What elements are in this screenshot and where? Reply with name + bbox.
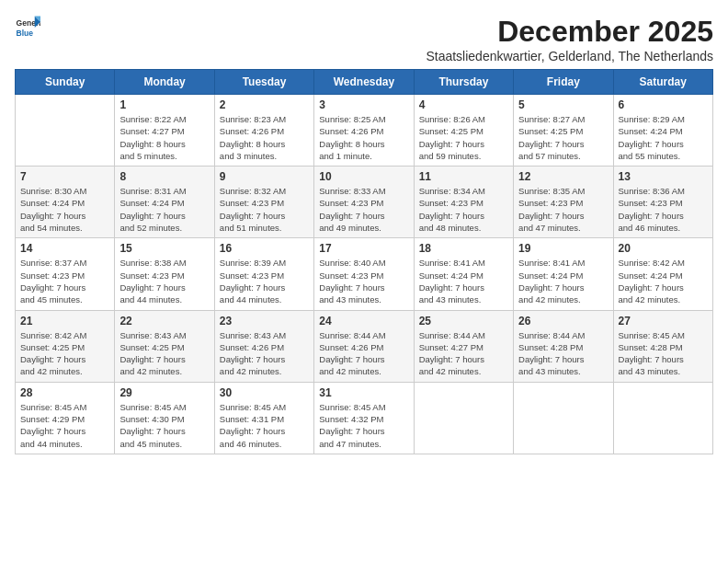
location-subtitle: Staatsliedenkwartier, Gelderland, The Ne… <box>426 49 713 63</box>
calendar-cell: 16Sunrise: 8:39 AMSunset: 4:23 PMDayligh… <box>214 238 313 310</box>
day-number: 23 <box>220 315 309 327</box>
calendar-week-3: 14Sunrise: 8:37 AMSunset: 4:23 PMDayligh… <box>16 238 713 310</box>
logo-icon: General Blue <box>15 15 40 40</box>
day-info: Sunrise: 8:33 AMSunset: 4:23 PMDaylight:… <box>319 185 408 234</box>
calendar-cell: 15Sunrise: 8:38 AMSunset: 4:23 PMDayligh… <box>115 238 214 310</box>
calendar-cell: 22Sunrise: 8:43 AMSunset: 4:25 PMDayligh… <box>115 310 214 382</box>
calendar-cell: 29Sunrise: 8:45 AMSunset: 4:30 PMDayligh… <box>115 382 214 454</box>
col-header-tuesday: Tuesday <box>214 70 313 95</box>
day-info: Sunrise: 8:32 AMSunset: 4:23 PMDaylight:… <box>220 185 309 234</box>
day-info: Sunrise: 8:39 AMSunset: 4:23 PMDaylight:… <box>220 257 309 305</box>
day-number: 20 <box>619 242 708 255</box>
calendar-week-5: 28Sunrise: 8:45 AMSunset: 4:29 PMDayligh… <box>16 382 713 454</box>
page-header: General Blue December 2025 Staatsliedenk… <box>15 15 713 63</box>
calendar-cell: 21Sunrise: 8:42 AMSunset: 4:25 PMDayligh… <box>16 310 115 382</box>
day-number: 8 <box>119 170 209 183</box>
day-info: Sunrise: 8:44 AMSunset: 4:27 PMDaylight:… <box>419 329 508 378</box>
day-number: 27 <box>619 315 708 327</box>
day-info: Sunrise: 8:41 AMSunset: 4:24 PMDaylight:… <box>419 257 508 305</box>
day-info: Sunrise: 8:27 AMSunset: 4:25 PMDaylight:… <box>518 113 608 162</box>
day-info: Sunrise: 8:44 AMSunset: 4:28 PMDaylight:… <box>518 329 608 378</box>
day-number: 14 <box>20 242 109 255</box>
day-info: Sunrise: 8:35 AMSunset: 4:23 PMDaylight:… <box>518 185 608 234</box>
day-number: 13 <box>619 170 708 183</box>
day-info: Sunrise: 8:34 AMSunset: 4:23 PMDaylight:… <box>419 185 508 234</box>
col-header-sunday: Sunday <box>16 70 115 95</box>
title-area: December 2025 Staatsliedenkwartier, Geld… <box>426 15 713 63</box>
day-info: Sunrise: 8:30 AMSunset: 4:24 PMDaylight:… <box>20 185 109 234</box>
day-number: 21 <box>20 315 109 327</box>
calendar-cell: 28Sunrise: 8:45 AMSunset: 4:29 PMDayligh… <box>16 382 115 454</box>
day-number: 31 <box>319 386 408 399</box>
month-title: December 2025 <box>426 15 713 49</box>
calendar-cell: 31Sunrise: 8:45 AMSunset: 4:32 PMDayligh… <box>314 382 414 454</box>
calendar-cell: 20Sunrise: 8:42 AMSunset: 4:24 PMDayligh… <box>613 238 712 310</box>
day-number: 30 <box>220 386 309 399</box>
calendar-cell: 4Sunrise: 8:26 AMSunset: 4:25 PMDaylight… <box>414 95 513 167</box>
calendar-cell: 13Sunrise: 8:36 AMSunset: 4:23 PMDayligh… <box>613 167 712 238</box>
day-info: Sunrise: 8:45 AMSunset: 4:30 PMDaylight:… <box>119 401 209 450</box>
day-info: Sunrise: 8:41 AMSunset: 4:24 PMDaylight:… <box>518 257 608 305</box>
day-info: Sunrise: 8:29 AMSunset: 4:24 PMDaylight:… <box>619 113 708 162</box>
calendar-cell: 10Sunrise: 8:33 AMSunset: 4:23 PMDayligh… <box>314 167 414 238</box>
calendar-cell <box>16 95 115 167</box>
day-number: 19 <box>518 242 608 255</box>
col-header-thursday: Thursday <box>414 70 513 95</box>
day-number: 22 <box>119 315 209 327</box>
calendar-cell: 1Sunrise: 8:22 AMSunset: 4:27 PMDaylight… <box>115 95 214 167</box>
day-number: 15 <box>119 242 209 255</box>
day-info: Sunrise: 8:40 AMSunset: 4:23 PMDaylight:… <box>319 257 408 305</box>
day-number: 3 <box>319 98 408 111</box>
col-header-saturday: Saturday <box>613 70 712 95</box>
day-number: 2 <box>220 98 309 111</box>
day-info: Sunrise: 8:38 AMSunset: 4:23 PMDaylight:… <box>119 257 209 305</box>
day-number: 16 <box>220 242 309 255</box>
day-number: 12 <box>518 170 608 183</box>
day-number: 6 <box>619 98 708 111</box>
day-info: Sunrise: 8:43 AMSunset: 4:25 PMDaylight:… <box>119 329 209 378</box>
day-number: 17 <box>319 242 408 255</box>
calendar-cell <box>514 382 613 454</box>
calendar-cell: 2Sunrise: 8:23 AMSunset: 4:26 PMDaylight… <box>214 95 313 167</box>
day-info: Sunrise: 8:43 AMSunset: 4:26 PMDaylight:… <box>220 329 309 378</box>
day-number: 25 <box>419 315 508 327</box>
day-info: Sunrise: 8:45 AMSunset: 4:32 PMDaylight:… <box>319 401 408 450</box>
calendar-cell: 19Sunrise: 8:41 AMSunset: 4:24 PMDayligh… <box>514 238 613 310</box>
day-number: 24 <box>319 315 408 327</box>
calendar-cell: 8Sunrise: 8:31 AMSunset: 4:24 PMDaylight… <box>115 167 214 238</box>
calendar-cell: 17Sunrise: 8:40 AMSunset: 4:23 PMDayligh… <box>314 238 414 310</box>
day-info: Sunrise: 8:45 AMSunset: 4:31 PMDaylight:… <box>220 401 309 450</box>
calendar-cell: 5Sunrise: 8:27 AMSunset: 4:25 PMDaylight… <box>514 95 613 167</box>
calendar-cell: 23Sunrise: 8:43 AMSunset: 4:26 PMDayligh… <box>214 310 313 382</box>
day-number: 18 <box>419 242 508 255</box>
calendar-week-2: 7Sunrise: 8:30 AMSunset: 4:24 PMDaylight… <box>16 167 713 238</box>
col-header-friday: Friday <box>514 70 613 95</box>
col-header-monday: Monday <box>115 70 214 95</box>
day-info: Sunrise: 8:26 AMSunset: 4:25 PMDaylight:… <box>419 113 508 162</box>
day-info: Sunrise: 8:31 AMSunset: 4:24 PMDaylight:… <box>119 185 209 234</box>
calendar-cell: 27Sunrise: 8:45 AMSunset: 4:28 PMDayligh… <box>613 310 712 382</box>
day-number: 10 <box>319 170 408 183</box>
day-number: 5 <box>518 98 608 111</box>
day-info: Sunrise: 8:45 AMSunset: 4:28 PMDaylight:… <box>619 329 708 378</box>
calendar-cell: 3Sunrise: 8:25 AMSunset: 4:26 PMDaylight… <box>314 95 414 167</box>
calendar-cell: 24Sunrise: 8:44 AMSunset: 4:26 PMDayligh… <box>314 310 414 382</box>
day-number: 9 <box>220 170 309 183</box>
calendar-header-row: SundayMondayTuesdayWednesdayThursdayFrid… <box>16 70 713 95</box>
svg-text:Blue: Blue <box>17 29 34 38</box>
calendar-cell: 12Sunrise: 8:35 AMSunset: 4:23 PMDayligh… <box>514 167 613 238</box>
calendar-cell: 26Sunrise: 8:44 AMSunset: 4:28 PMDayligh… <box>514 310 613 382</box>
calendar-cell: 9Sunrise: 8:32 AMSunset: 4:23 PMDaylight… <box>214 167 313 238</box>
day-info: Sunrise: 8:23 AMSunset: 4:26 PMDaylight:… <box>220 113 309 162</box>
day-number: 7 <box>20 170 109 183</box>
day-number: 28 <box>20 386 109 399</box>
calendar-cell <box>613 382 712 454</box>
day-info: Sunrise: 8:42 AMSunset: 4:24 PMDaylight:… <box>619 257 708 305</box>
day-number: 1 <box>119 98 209 111</box>
day-info: Sunrise: 8:45 AMSunset: 4:29 PMDaylight:… <box>20 401 109 450</box>
calendar-cell: 6Sunrise: 8:29 AMSunset: 4:24 PMDaylight… <box>613 95 712 167</box>
day-number: 26 <box>518 315 608 327</box>
col-header-wednesday: Wednesday <box>314 70 414 95</box>
calendar-table: SundayMondayTuesdayWednesdayThursdayFrid… <box>15 69 713 454</box>
day-number: 29 <box>119 386 209 399</box>
